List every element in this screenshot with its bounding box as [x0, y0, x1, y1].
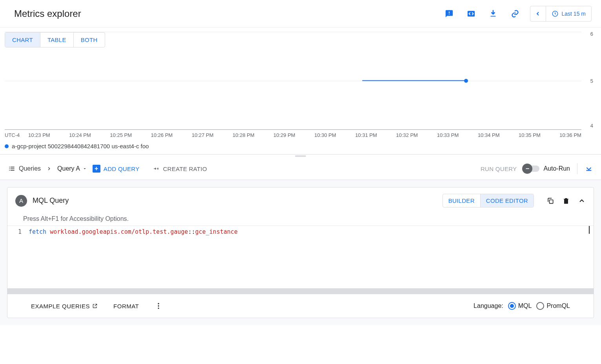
clock-icon [552, 10, 559, 17]
create-ratio-button[interactable]: CREATE RATIO [153, 165, 207, 172]
x-tick: 10:26 PM [151, 132, 173, 138]
y-tick: 6 [590, 31, 593, 36]
x-tick: 10:27 PM [192, 132, 214, 138]
chart-x-ticks: 10:23 PM 10:24 PM 10:25 PM 10:26 PM 10:2… [28, 132, 581, 138]
format-button[interactable]: FORMAT [113, 303, 139, 309]
chart-area: 6 5 4 UTC-4 10:23 PM 10:24 PM 10:25 PM 1… [0, 32, 601, 154]
chevron-right-icon [46, 166, 52, 171]
chart-legend[interactable]: a-gcp-project 5002298440842481700 us-eas… [5, 141, 596, 154]
panel-drag-handle[interactable] [0, 154, 601, 158]
plus-icon: + [93, 165, 100, 173]
x-tick: 10:23 PM [28, 132, 50, 138]
chart-plot[interactable]: 6 5 4 [5, 32, 581, 130]
query-badge: A [15, 195, 27, 207]
chart-data-point[interactable] [464, 79, 468, 83]
x-tick: 10:29 PM [273, 132, 295, 138]
radio-promql[interactable]: PromQL [536, 302, 570, 310]
example-queries-button[interactable]: EXAMPLE QUERIES [31, 303, 98, 309]
query-card: A MQL Query BUILDER CODE EDITOR Press Al… [7, 187, 594, 318]
chart-x-axis: UTC-4 10:23 PM 10:24 PM 10:25 PM 10:26 P… [5, 130, 581, 141]
query-card-title: MQL Query [33, 197, 437, 205]
x-tick: 10:31 PM [355, 132, 377, 138]
x-tick: 10:30 PM [314, 132, 336, 138]
delete-icon[interactable] [562, 197, 570, 205]
list-icon [8, 165, 16, 173]
tab-code-editor[interactable]: CODE EDITOR [480, 194, 534, 207]
query-footer: EXAMPLE QUERIES FORMAT Language: MQL Pro… [7, 294, 594, 318]
link-icon[interactable] [508, 7, 522, 21]
queries-label: Queries [8, 165, 41, 173]
y-tick: 4 [590, 123, 593, 129]
divider [577, 163, 577, 174]
y-tick: 5 [590, 78, 593, 84]
header-bar: Metrics explorer Last 15 m [0, 0, 601, 27]
x-tick: 10:28 PM [233, 132, 255, 138]
code-editor[interactable]: 1 fetch workload.googleapis.com/otlp.tes… [7, 226, 594, 288]
x-tick: 10:33 PM [437, 132, 459, 138]
external-link-icon [92, 303, 98, 309]
query-bar: Queries Query A + ADD QUERY CREATE RATIO… [0, 158, 601, 180]
editor-scrollbar[interactable] [7, 288, 594, 294]
legend-label: a-gcp-project 5002298440842481700 us-eas… [12, 143, 149, 149]
language-label: Language: [474, 302, 503, 309]
code-cursor [589, 226, 590, 234]
time-range-back-button[interactable] [530, 6, 546, 21]
accessibility-hint: Press Alt+F1 for Accessibility Options. [7, 214, 594, 226]
time-range-button[interactable]: Last 15 m [546, 6, 591, 21]
svg-point-4 [158, 303, 159, 304]
svg-point-5 [158, 305, 159, 306]
code-icon[interactable] [464, 7, 478, 21]
code-gutter: 1 [7, 226, 29, 288]
auto-run-toggle[interactable]: − Auto-Run [524, 165, 570, 172]
tab-builder[interactable]: BUILDER [443, 194, 480, 207]
x-tick: 10:36 PM [559, 132, 581, 138]
x-tick: 10:34 PM [478, 132, 500, 138]
editor-mode-tabs: BUILDER CODE EDITOR [443, 194, 534, 207]
x-tick: 10:35 PM [519, 132, 541, 138]
chart-tz-label: UTC-4 [5, 132, 28, 138]
x-tick: 10:25 PM [110, 132, 132, 138]
dropdown-icon [82, 166, 87, 171]
line-number: 1 [10, 228, 22, 235]
time-range-picker: Last 15 m [530, 6, 592, 22]
legend-dot [5, 144, 9, 148]
add-query-button[interactable]: + ADD QUERY [93, 165, 140, 173]
query-selector[interactable]: Query A [57, 165, 87, 172]
more-icon[interactable] [155, 302, 162, 310]
copy-icon[interactable] [546, 197, 554, 205]
chart-line-series [5, 32, 581, 129]
collapse-panel-button[interactable] [585, 164, 593, 173]
query-card-header: A MQL Query BUILDER CODE EDITOR [7, 187, 594, 214]
auto-run-label: Auto-Run [543, 165, 570, 172]
code-content[interactable]: fetch workload.googleapis.com/otlp.test.… [29, 226, 594, 288]
feedback-icon[interactable] [442, 7, 456, 21]
collapse-card-icon[interactable] [578, 197, 586, 205]
svg-rect-3 [550, 200, 553, 203]
ratio-icon [153, 165, 160, 172]
download-icon[interactable] [486, 7, 500, 21]
svg-point-6 [158, 308, 159, 309]
run-query-button[interactable]: RUN QUERY [481, 166, 517, 172]
header-actions: Last 15 m [442, 6, 592, 22]
x-tick: 10:32 PM [396, 132, 418, 138]
x-tick: 10:24 PM [69, 132, 91, 138]
page-title: Metrics explorer [14, 8, 81, 19]
radio-mql[interactable]: MQL [508, 302, 532, 310]
query-panel: A MQL Query BUILDER CODE EDITOR Press Al… [0, 180, 601, 325]
